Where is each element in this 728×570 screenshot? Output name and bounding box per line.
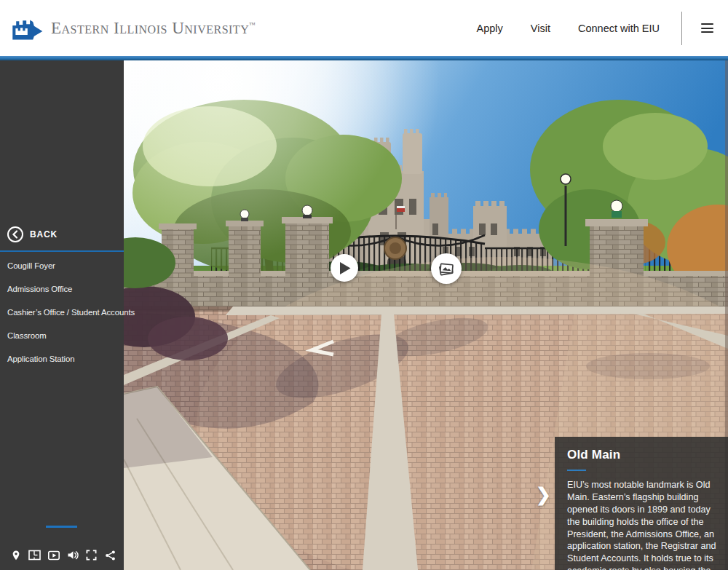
play-video-hotspot[interactable] <box>331 254 358 282</box>
menu-icon[interactable] <box>698 20 716 36</box>
nav-connect[interactable]: Connect with EIU <box>578 23 660 34</box>
menu-item-cougill-foyer[interactable]: Cougill Foyer <box>0 254 124 277</box>
header-nav: Apply Visit Connect with EIU <box>449 12 716 45</box>
menu-item-cashiers-office[interactable]: Cashier’s Office / Student Accounts <box>0 301 124 324</box>
photo-gallery-hotspot[interactable] <box>431 253 462 284</box>
menu-item-classroom[interactable]: Classroom <box>0 324 124 347</box>
sidebar-divider <box>0 250 124 252</box>
fullscreen-icon[interactable] <box>85 549 98 561</box>
video-icon[interactable] <box>47 549 60 561</box>
back-button[interactable]: BACK <box>7 226 58 242</box>
eiu-castle-icon <box>10 13 44 44</box>
tour-viewer: BACK Cougill Foyer Admissions Office Cas… <box>0 60 728 570</box>
back-label: BACK <box>30 229 58 240</box>
info-panel-title: Old Main <box>567 448 716 462</box>
info-panel-toggle[interactable]: ❯ <box>536 484 551 505</box>
photo-gallery-icon <box>438 261 455 277</box>
scene-menu: Cougill Foyer Admissions Office Cashier’… <box>0 254 124 371</box>
info-panel-accent-rule <box>567 470 586 471</box>
info-panel-description: EIU’s most notable landmark is Old Main.… <box>567 479 716 570</box>
info-panel: Old Main EIU’s most notable landmark is … <box>555 437 728 570</box>
nav-apply[interactable]: Apply <box>477 23 503 34</box>
nav-visit[interactable]: Visit <box>531 23 550 34</box>
tour-sidebar: BACK Cougill Foyer Admissions Office Cas… <box>0 60 124 570</box>
site-header: Eastern Illinois University™ Apply Visit… <box>0 0 728 56</box>
back-chevron-icon <box>7 226 23 242</box>
timeline-indicator[interactable] <box>46 526 77 528</box>
play-icon <box>340 262 351 274</box>
logo-wordmark: Eastern Illinois University™ <box>51 19 256 38</box>
eiu-logo[interactable]: Eastern Illinois University™ <box>10 13 256 44</box>
location-pin-icon[interactable] <box>9 549 22 561</box>
nav-divider <box>681 12 682 45</box>
viewer-toolbar <box>9 549 116 561</box>
menu-item-admissions-office[interactable]: Admissions Office <box>0 277 124 301</box>
audio-icon[interactable] <box>66 549 79 561</box>
share-icon[interactable] <box>104 549 116 561</box>
floorplan-icon[interactable] <box>28 549 41 561</box>
menu-item-application-station[interactable]: Application Station <box>0 347 124 371</box>
